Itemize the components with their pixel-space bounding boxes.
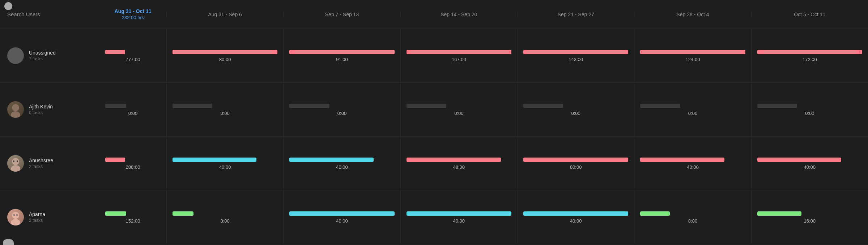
week-cell-aparna-2: 40:00 xyxy=(400,190,517,244)
total-bar-container xyxy=(105,211,161,216)
summary-range: Aug 31 - Oct 11 xyxy=(115,8,152,14)
svg-point-5 xyxy=(17,160,18,162)
total-cell-ajith: 0:00 xyxy=(99,83,166,136)
week-header-0: Aug 31 - Sep 6 xyxy=(166,12,283,17)
user-info: Anushsree 2 tasks xyxy=(29,158,53,169)
week-cell-aparna-4: 8:00 xyxy=(634,190,751,244)
week-cell-unassigned-0: 80:00 xyxy=(166,29,283,82)
week-bar xyxy=(640,211,669,216)
week-bar xyxy=(173,50,277,54)
week-bar xyxy=(640,104,680,108)
search-users-header[interactable]: Search Users xyxy=(0,11,99,17)
total-bar xyxy=(105,50,125,54)
bar-container xyxy=(173,50,277,55)
bar-container xyxy=(523,157,628,162)
svg-point-9 xyxy=(16,214,18,216)
user-tasks: 7 tasks xyxy=(29,56,56,61)
search-label: Search Users xyxy=(7,11,40,17)
week-cell-unassigned-1: 91:00 xyxy=(283,29,400,82)
bar-container xyxy=(523,103,628,108)
week-cell-anushsree-0: 40:00 xyxy=(166,137,283,190)
avatar xyxy=(7,209,24,225)
week-cell-unassigned-2: 167:00 xyxy=(400,29,517,82)
week-value: 40:00 xyxy=(804,164,816,170)
bar-container xyxy=(289,157,394,162)
bar-container xyxy=(640,103,745,108)
bar-container xyxy=(757,50,862,55)
week-cell-anushsree-3: 80:00 xyxy=(517,137,634,190)
week-value: 0:00 xyxy=(337,111,346,116)
week-value: 40:00 xyxy=(453,218,465,224)
week-value: 80:00 xyxy=(570,164,582,170)
week-header-3: Sep 21 - Sep 27 xyxy=(517,12,634,17)
week-header-2: Sep 14 - Sep 20 xyxy=(400,12,517,17)
week-value: 0:00 xyxy=(805,111,814,116)
table-row-anushsree: Anushsree 2 tasks 288:00 40:00 40:0 xyxy=(0,137,868,190)
week-bar xyxy=(289,158,373,162)
week-bar xyxy=(523,50,628,54)
week-cell-aparna-5: 16:00 xyxy=(751,190,868,244)
bar-container xyxy=(173,211,277,216)
week-cell-ajith-4: 0:00 xyxy=(634,83,751,136)
week-cell-aparna-1: 40:00 xyxy=(283,190,400,244)
bar-container xyxy=(173,157,277,162)
svg-point-6 xyxy=(12,212,19,219)
week-value: 0:00 xyxy=(454,111,463,116)
bar-container xyxy=(757,157,862,162)
week-value: 80:00 xyxy=(219,57,231,62)
user-name: Unassigned xyxy=(29,50,56,56)
week-value: 40:00 xyxy=(336,218,348,224)
week-value: 167:00 xyxy=(452,57,466,62)
week-cell-aparna-3: 40:00 xyxy=(517,190,634,244)
week-bar xyxy=(523,104,563,108)
week-cell-anushsree-1: 40:00 xyxy=(283,137,400,190)
bar-container xyxy=(173,103,277,108)
total-bar-container xyxy=(105,157,161,162)
total-bar xyxy=(105,211,126,216)
week-value: 8:00 xyxy=(688,218,697,224)
week-bar xyxy=(289,211,394,216)
bar-container xyxy=(407,50,511,55)
week-value: 91:00 xyxy=(336,57,348,62)
user-name: Aparna xyxy=(29,211,45,217)
week-value: 143:00 xyxy=(569,57,583,62)
total-value: 0:00 xyxy=(128,111,137,116)
week-value: 48:00 xyxy=(453,164,465,170)
week-value: 8:00 xyxy=(221,218,230,224)
user-cell-aparna: Aparna 2 tasks xyxy=(0,190,99,244)
user-cell-anushsree: Anushsree 2 tasks xyxy=(0,137,99,190)
week-value: 40:00 xyxy=(336,164,348,170)
week-value: 124:00 xyxy=(686,57,700,62)
user-tasks: 2 tasks xyxy=(29,164,53,169)
week-cell-aparna-0: 8:00 xyxy=(166,190,283,244)
week-header-4: Sep 28 - Oct 4 xyxy=(634,12,751,17)
week-value: 0:00 xyxy=(221,111,230,116)
week-bar xyxy=(757,211,801,216)
bar-container xyxy=(523,211,628,216)
total-value: 777:00 xyxy=(126,57,140,62)
week-cell-anushsree-5: 40:00 xyxy=(751,137,868,190)
user-info: Aparna 2 tasks xyxy=(29,211,45,223)
week-value: 16:00 xyxy=(804,218,816,224)
bar-container xyxy=(407,103,511,108)
svg-point-7 xyxy=(11,219,20,225)
bar-container xyxy=(407,157,511,162)
bar-container xyxy=(757,103,862,108)
week-cell-anushsree-2: 48:00 xyxy=(400,137,517,190)
week-bar xyxy=(407,104,446,108)
week-bar xyxy=(640,158,724,162)
week-cell-ajith-1: 0:00 xyxy=(283,83,400,136)
bar-container xyxy=(407,211,511,216)
bar-container xyxy=(640,157,745,162)
user-info: Ajith Kevin 0 tasks xyxy=(29,104,53,115)
bar-container xyxy=(640,211,745,216)
total-cell-anushsree: 288:00 xyxy=(99,137,166,190)
week-cell-anushsree-4: 40:00 xyxy=(634,137,751,190)
week-bar xyxy=(289,104,329,108)
user-tasks: 0 tasks xyxy=(29,110,53,115)
week-bar xyxy=(173,211,193,216)
total-cell-aparna: 152:00 xyxy=(99,190,166,244)
total-value: 288:00 xyxy=(126,164,140,170)
avatar xyxy=(7,155,24,172)
svg-point-4 xyxy=(13,160,14,162)
